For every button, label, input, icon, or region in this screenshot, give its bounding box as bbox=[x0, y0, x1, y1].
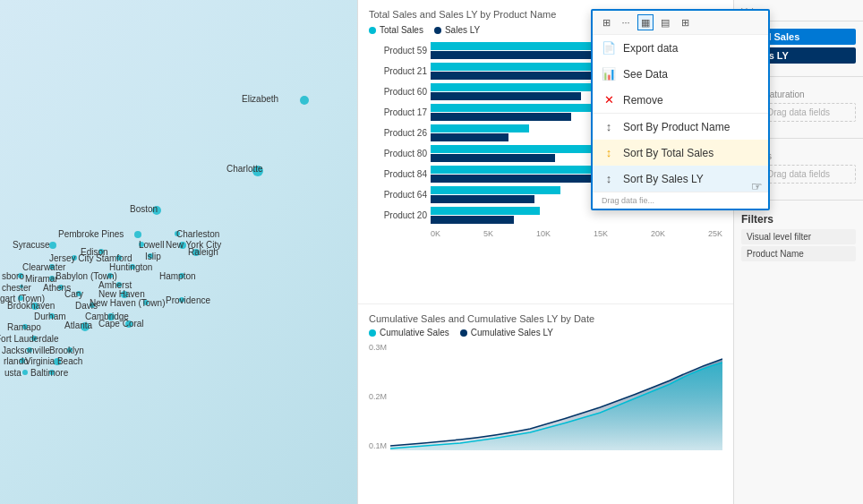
area-label-cumulative-ly: Cumulative Sales LY bbox=[471, 328, 553, 337]
sort-product-label: Sort By Product Name bbox=[623, 121, 730, 133]
toolbar-icon-grid[interactable]: ⊞ bbox=[598, 14, 614, 30]
see-data-icon: 📊 bbox=[602, 67, 616, 81]
x-axis-label: 25K bbox=[708, 229, 722, 238]
map-label: Jacksonville bbox=[2, 346, 50, 355]
legend-sales-ly: Sales LY bbox=[434, 25, 480, 35]
map-panel: ElizabethCharlotteBostonPembroke PinesCh… bbox=[0, 0, 358, 504]
toolbar-icon-bar[interactable]: ▦ bbox=[637, 14, 654, 30]
map-dot bbox=[49, 242, 56, 249]
map-label: usta bbox=[4, 368, 21, 378]
map-label: Atlanta bbox=[64, 320, 92, 330]
filters-heading: Filters bbox=[741, 213, 856, 226]
x-axis-label: 10K bbox=[536, 229, 551, 238]
area-dot-cumulative-ly bbox=[460, 329, 467, 337]
bar-label: Product 80 bbox=[369, 149, 427, 158]
x-axis-label: 20K bbox=[651, 229, 665, 238]
map-label: Virginia Beach bbox=[25, 356, 82, 366]
map-label: Elizabeth bbox=[242, 94, 278, 104]
map-label: Baltimore bbox=[30, 368, 68, 378]
area-dot-cumulative bbox=[369, 329, 376, 337]
dropdown-sort-product-name[interactable]: ↕ Sort By Product Name bbox=[593, 114, 768, 140]
dropdown-menu[interactable]: ⊞ ··· ▦ ▤ ⊞ 📄 Export data 📊 See Data ✕ R… bbox=[591, 9, 770, 210]
bar-sales-ly bbox=[431, 51, 612, 59]
dropdown-sort-sales-ly[interactable]: ↕ Sort By Sales LY ☞ bbox=[593, 166, 768, 192]
bar-sales-ly bbox=[431, 72, 592, 80]
bar-label: Product 26 bbox=[369, 128, 427, 138]
bar-total-sales bbox=[431, 186, 560, 194]
map-label: Brooklyn bbox=[49, 346, 84, 355]
area-chart-container: Cumulative Sales and Cumulative Sales LY… bbox=[358, 304, 733, 504]
bar-sales-ly bbox=[431, 154, 555, 162]
dropdown-sort-total-sales[interactable]: ↕ Sort By Total Sales bbox=[593, 140, 768, 166]
dropdown-see-data[interactable]: 📊 See Data bbox=[593, 61, 768, 87]
sort-ly-icon: ↕ bbox=[602, 172, 616, 185]
dropdown-toolbar: ⊞ ··· ▦ ▤ ⊞ bbox=[593, 11, 768, 35]
sort-total-icon: ↕ bbox=[602, 146, 616, 159]
map-label: Charleston bbox=[176, 229, 219, 239]
y-label-01: 0.1M bbox=[369, 441, 387, 450]
map-label: Pembroke Pines bbox=[58, 229, 124, 239]
map-label: Fort Lauderdale bbox=[0, 334, 59, 344]
drag-data-fields-label: Drag data fie... bbox=[593, 192, 768, 209]
map-label: Ramapo bbox=[7, 322, 41, 332]
y-label-03: 0.3M bbox=[369, 343, 387, 352]
y-label-02: 0.2M bbox=[369, 392, 387, 401]
bar-sales-ly bbox=[431, 133, 508, 141]
map-label: Cape Coral bbox=[98, 319, 144, 329]
map-label: Brookhaven bbox=[7, 301, 55, 311]
bar-sales-ly bbox=[431, 195, 534, 203]
map-dot bbox=[22, 370, 28, 375]
remove-label: Remove bbox=[623, 94, 663, 107]
map-label: Durham bbox=[34, 312, 66, 321]
map-label: Providence bbox=[166, 295, 210, 305]
bar-label: Product 17 bbox=[369, 107, 427, 117]
cursor-pointer: ☞ bbox=[751, 179, 763, 193]
area-legend-cumulative: Cumulative Sales bbox=[369, 328, 449, 337]
map-background bbox=[0, 0, 357, 504]
dropdown-export-data[interactable]: 📄 Export data bbox=[593, 35, 768, 61]
sort-ly-label: Sort By Sales LY bbox=[623, 173, 704, 185]
dropdown-remove[interactable]: ✕ Remove bbox=[593, 87, 768, 113]
legend-label-ly: Sales LY bbox=[445, 25, 480, 35]
bar-total-sales bbox=[431, 104, 612, 112]
bar-total-sales bbox=[431, 124, 529, 132]
bar-label: Product 60 bbox=[369, 87, 427, 97]
bar-label: Product 84 bbox=[369, 169, 427, 179]
x-axis: 0K5K10K15K20K25K bbox=[431, 229, 722, 238]
map-label: Charlotte bbox=[226, 164, 263, 174]
toolbar-icon-line[interactable]: ▤ bbox=[657, 14, 673, 30]
legend-label-total: Total Sales bbox=[380, 25, 423, 35]
map-label: New Haven (Town) bbox=[90, 298, 165, 308]
bar-label: Product 59 bbox=[369, 46, 427, 56]
product-name-filter-item[interactable]: Product Name bbox=[741, 246, 856, 261]
map-dot bbox=[134, 231, 141, 238]
map-label: chester bbox=[2, 283, 31, 293]
bar-sales-ly bbox=[431, 92, 581, 100]
bar-label: Product 64 bbox=[369, 190, 427, 200]
export-label: Export data bbox=[623, 42, 678, 55]
y-axis-labels: 0.3M 0.2M 0.1M bbox=[369, 343, 387, 450]
see-data-label: See Data bbox=[623, 68, 668, 81]
toolbar-icon-table[interactable]: ⊞ bbox=[677, 14, 693, 30]
bar-total-sales bbox=[431, 166, 618, 174]
area-label-cumulative: Cumulative Sales bbox=[380, 328, 449, 337]
bar-label: Product 20 bbox=[369, 210, 427, 220]
filters-section: Filters Visual level filter Product Name bbox=[734, 206, 863, 270]
map-label: Raleigh bbox=[188, 247, 218, 257]
map-label: Syracuse bbox=[13, 240, 50, 250]
map-label: Lowell bbox=[139, 240, 164, 250]
toolbar-icon-more[interactable]: ··· bbox=[618, 14, 634, 30]
bar-sales-ly bbox=[431, 113, 571, 121]
area-legend-cumulative-ly: Cumulative Sales LY bbox=[460, 328, 553, 337]
right-panel: ⊞ ··· ▦ ▤ ⊞ 📄 Export data 📊 See Data ✕ R… bbox=[734, 0, 863, 504]
x-axis-label: 5K bbox=[483, 229, 493, 238]
x-axis-label: 15K bbox=[594, 229, 608, 238]
bar-sales-ly bbox=[431, 216, 514, 224]
map-label: Islip bbox=[145, 252, 161, 261]
map-label: Hampton bbox=[159, 271, 196, 281]
area-chart-legend: Cumulative Sales Cumulative Sales LY bbox=[369, 328, 722, 337]
sort-total-label: Sort By Total Sales bbox=[623, 147, 713, 159]
legend-total-sales: Total Sales bbox=[369, 25, 423, 35]
legend-dot-ly bbox=[434, 27, 441, 34]
visual-filter-item[interactable]: Visual level filter bbox=[741, 229, 856, 244]
